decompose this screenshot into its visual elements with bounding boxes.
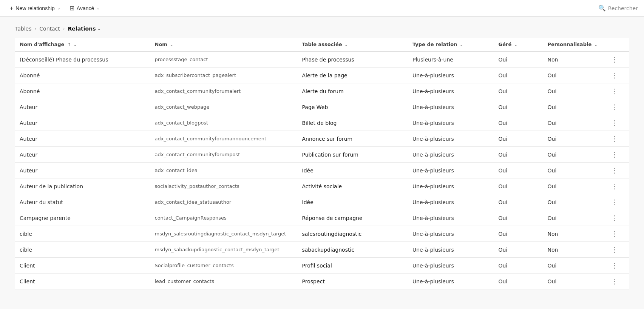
row-menu-cell: ⋮ [604, 115, 629, 131]
row-assoc-table: Idée [298, 194, 408, 210]
row-context-menu-icon[interactable]: ⋮ [609, 118, 620, 128]
row-display-name: Auteur [15, 147, 150, 163]
row-managed: Oui [494, 115, 543, 131]
row-customizable: Non [543, 226, 605, 242]
row-assoc-table: Réponse de campagne [298, 210, 408, 226]
row-context-menu-icon[interactable]: ⋮ [609, 277, 620, 286]
row-managed: Oui [494, 178, 543, 194]
row-menu-cell: ⋮ [604, 131, 629, 147]
row-name: adx_contact_blogpost [150, 115, 298, 131]
row-name: adx_contact_communityforumpost [150, 147, 298, 163]
row-display-name: Client [15, 258, 150, 274]
row-display-name: Auteur de la publication [15, 178, 150, 194]
row-context-menu-icon[interactable]: ⋮ [609, 245, 620, 254]
row-name: adx_contact_communityforumalert [150, 83, 298, 99]
row-context-menu-icon[interactable]: ⋮ [609, 181, 620, 191]
row-context-menu-icon[interactable]: ⋮ [609, 213, 620, 223]
row-assoc-table: Phase de processus [298, 51, 408, 68]
col-display-filter-icon: ⌄ [74, 42, 77, 47]
row-managed: Oui [494, 147, 543, 163]
row-managed: Oui [494, 99, 543, 115]
avance-label: Avancé [77, 5, 94, 11]
row-name: adx_subscribercontact_pagealert [150, 68, 298, 83]
row-menu-cell: ⋮ [604, 68, 629, 83]
relations-table: Nom d'affichage ↑ ⌄ Nom ⌄ Table associée… [15, 38, 629, 289]
row-assoc-table: sabackupdiagnostic [298, 242, 408, 258]
row-name: adx_contact_idea [150, 163, 298, 178]
row-menu-cell: ⋮ [604, 99, 629, 115]
row-context-menu-icon[interactable]: ⋮ [609, 134, 620, 143]
new-relationship-button[interactable]: + New relationship ⌄ [6, 3, 64, 14]
table-row: Auteur adx_contact_webpage Page Web Une-… [15, 99, 629, 115]
row-menu-cell: ⋮ [604, 83, 629, 99]
row-rel-type: Une-à-plusieurs [408, 131, 494, 147]
col-managed-filter-icon: ⌄ [514, 42, 517, 47]
row-context-menu-icon[interactable]: ⋮ [609, 166, 620, 175]
row-context-menu-icon[interactable]: ⋮ [609, 102, 620, 112]
row-assoc-table: Publication sur forum [298, 147, 408, 163]
avance-button[interactable]: ⊞ Avancé ⌄ [66, 2, 103, 14]
toolbar-left: + New relationship ⌄ ⊞ Avancé ⌄ [6, 2, 103, 14]
table-row: Client lead_customer_contacts Prospect U… [15, 274, 629, 289]
row-context-menu-icon[interactable]: ⋮ [609, 55, 620, 64]
row-rel-type: Une-à-plusieurs [408, 178, 494, 194]
row-customizable: Oui [543, 68, 605, 83]
table-row: Abonné adx_contact_communityforumalert A… [15, 83, 629, 99]
col-header-menu [604, 38, 629, 51]
row-name: Socialprofile_customer_contacts [150, 258, 298, 274]
row-menu-cell: ⋮ [604, 147, 629, 163]
row-name: msdyn_sabackupdiagnostic_contact_msdyn_t… [150, 242, 298, 258]
row-customizable: Oui [543, 163, 605, 178]
row-name: processstage_contact [150, 51, 298, 68]
breadcrumb: Tables › Contact › Relations ⌄ [0, 17, 644, 38]
relations-chevron-icon[interactable]: ⌄ [97, 26, 101, 31]
row-menu-cell: ⋮ [604, 194, 629, 210]
row-assoc-table: Idée [298, 163, 408, 178]
row-rel-type: Une-à-plusieurs [408, 147, 494, 163]
row-display-name: Auteur du statut [15, 194, 150, 210]
breadcrumb-tables[interactable]: Tables [15, 26, 32, 32]
row-rel-type: Une-à-plusieurs [408, 210, 494, 226]
row-managed: Oui [494, 68, 543, 83]
col-header-display-name[interactable]: Nom d'affichage ↑ ⌄ [15, 38, 150, 51]
row-context-menu-icon[interactable]: ⋮ [609, 229, 620, 238]
row-customizable: Oui [543, 115, 605, 131]
row-name: socialactivity_postauthor_contacts [150, 178, 298, 194]
row-rel-type: Une-à-plusieurs [408, 194, 494, 210]
col-header-assoc-table[interactable]: Table associée ⌄ [298, 38, 408, 51]
avance-chevron-icon: ⌄ [96, 6, 100, 11]
col-name-filter-icon: ⌄ [170, 42, 173, 47]
row-display-name: (Déconseillé) Phase du processus [15, 51, 150, 68]
row-customizable: Oui [543, 194, 605, 210]
col-header-rel-type[interactable]: Type de relation ⌄ [408, 38, 494, 51]
table-row: Auteur adx_contact_communityforumpost Pu… [15, 147, 629, 163]
search-icon: 🔍 [598, 5, 606, 12]
row-name: adx_contact_idea_statusauthor [150, 194, 298, 210]
row-customizable: Oui [543, 99, 605, 115]
new-relationship-label: New relationship [15, 5, 55, 11]
search-area[interactable]: 🔍 Rechercher [598, 5, 638, 12]
row-name: contact_CampaignResponses [150, 210, 298, 226]
row-customizable: Oui [543, 210, 605, 226]
row-rel-type: Une-à-plusieurs [408, 99, 494, 115]
row-context-menu-icon[interactable]: ⋮ [609, 71, 620, 80]
table-row: Client Socialprofile_customer_contacts P… [15, 258, 629, 274]
row-menu-cell: ⋮ [604, 163, 629, 178]
plus-icon: + [10, 5, 13, 12]
row-menu-cell: ⋮ [604, 226, 629, 242]
row-context-menu-icon[interactable]: ⋮ [609, 86, 620, 96]
col-header-customizable[interactable]: Personnalisable ⌄ [543, 38, 605, 51]
row-customizable: Oui [543, 178, 605, 194]
col-header-name[interactable]: Nom ⌄ [150, 38, 298, 51]
col-type-filter-icon: ⌄ [460, 42, 463, 47]
breadcrumb-sep2: › [63, 26, 65, 31]
row-customizable: Oui [543, 258, 605, 274]
col-header-managed[interactable]: Géré ⌄ [494, 38, 543, 51]
row-context-menu-icon[interactable]: ⋮ [609, 197, 620, 207]
row-context-menu-icon[interactable]: ⋮ [609, 261, 620, 270]
row-context-menu-icon[interactable]: ⋮ [609, 150, 620, 159]
row-rel-type: Une-à-plusieurs [408, 115, 494, 131]
row-display-name: Abonné [15, 68, 150, 83]
breadcrumb-contact[interactable]: Contact [39, 26, 60, 32]
row-rel-type: Une-à-plusieurs [408, 242, 494, 258]
